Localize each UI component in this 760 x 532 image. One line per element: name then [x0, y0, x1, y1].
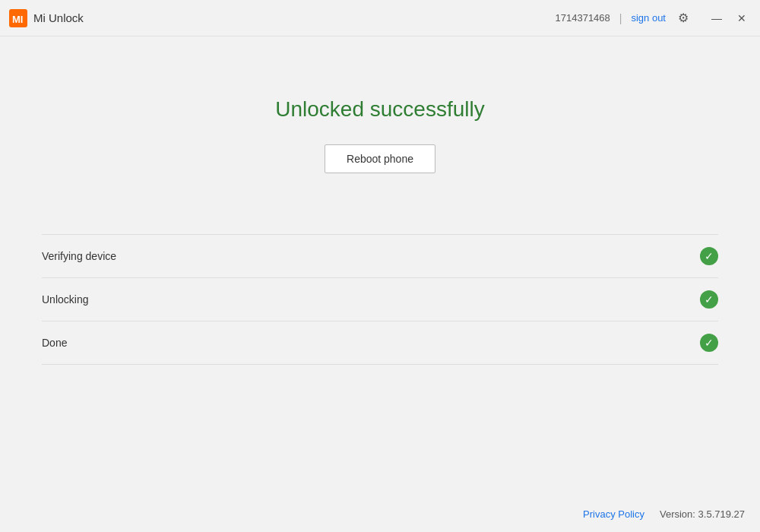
main-content: Unlocked successfully Reboot phone	[0, 36, 760, 173]
title-bar: MI Mi Unlock 1714371468 | sign out ⚙ — ✕	[0, 0, 760, 36]
user-id: 1714371468	[556, 12, 610, 24]
gear-icon[interactable]: ⚙	[673, 8, 693, 28]
check-icon: ✓	[700, 334, 718, 352]
mi-logo: MI	[9, 9, 27, 27]
footer: Privacy Policy Version: 3.5.719.27	[583, 508, 745, 520]
title-bar-right: 1714371468 | sign out ⚙ — ✕	[556, 8, 752, 28]
svg-text:MI: MI	[12, 14, 23, 25]
app-title: Mi Unlock	[33, 11, 84, 24]
step-label: Unlocking	[42, 293, 88, 306]
version-label: Version: 3.5.719.27	[660, 508, 745, 520]
title-bar-left: MI Mi Unlock	[9, 9, 84, 27]
step-row: Unlocking✓	[42, 277, 718, 321]
window-controls: — ✕	[707, 9, 751, 27]
close-button[interactable]: ✕	[733, 9, 751, 27]
sign-out-link[interactable]: sign out	[631, 12, 666, 24]
step-label: Done	[42, 337, 67, 349]
step-row: Verifying device✓	[42, 234, 718, 277]
check-icon: ✓	[700, 247, 718, 265]
check-icon: ✓	[700, 290, 718, 309]
success-title: Unlocked successfully	[275, 97, 484, 122]
separator: |	[619, 12, 622, 24]
privacy-policy-link[interactable]: Privacy Policy	[583, 508, 644, 520]
step-row: Done✓	[42, 321, 718, 365]
step-label: Verifying device	[42, 250, 116, 262]
reboot-button[interactable]: Reboot phone	[325, 144, 435, 173]
steps-section: Verifying device✓Unlocking✓Done✓	[0, 234, 760, 365]
minimize-button[interactable]: —	[707, 9, 727, 27]
